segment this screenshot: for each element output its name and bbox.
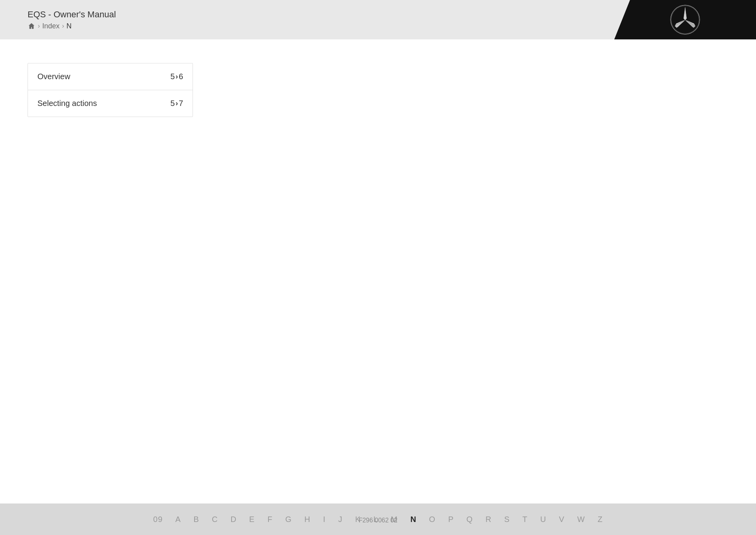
alphabet-item-r[interactable]: R xyxy=(479,515,498,524)
alphabet-items-container: 09 A B C D E F G H I J K L M N O P Q R S… xyxy=(0,515,756,524)
mercedes-benz-logo xyxy=(669,4,701,35)
header: EQS - Owner's Manual › Index › N xyxy=(0,0,756,39)
main-content: Overview 5›6 Selecting actions 5›7 xyxy=(0,39,756,503)
alphabet-item-v[interactable]: V xyxy=(553,515,571,524)
index-row-selecting-actions[interactable]: Selecting actions 5›7 xyxy=(28,90,193,117)
breadcrumb-chevron-1: › xyxy=(38,22,40,30)
alphabet-item-l[interactable]: L xyxy=(367,515,384,524)
alphabet-item-m[interactable]: M xyxy=(384,515,404,524)
alphabet-navigation: 09 A B C D E F G H I J K L M N O P Q R S… xyxy=(0,503,756,535)
alphabet-item-t[interactable]: T xyxy=(516,515,534,524)
alphabet-item-n[interactable]: N xyxy=(404,515,422,524)
index-row-page-overview: 5›6 xyxy=(170,72,183,81)
alphabet-item-q[interactable]: Q xyxy=(460,515,480,524)
alphabet-item-f[interactable]: F xyxy=(261,515,279,524)
alphabet-item-o[interactable]: O xyxy=(423,515,442,524)
alphabet-item-z[interactable]: Z xyxy=(591,515,609,524)
alphabet-item-09[interactable]: 09 xyxy=(147,515,169,524)
alphabet-item-p[interactable]: P xyxy=(442,515,460,524)
page-title: EQS - Owner's Manual xyxy=(28,9,116,20)
header-black-background xyxy=(614,0,756,39)
index-row-label-overview: Overview xyxy=(37,72,70,81)
alphabet-item-a[interactable]: A xyxy=(169,515,187,524)
alphabet-item-g[interactable]: G xyxy=(279,515,298,524)
index-row-label-selecting-actions: Selecting actions xyxy=(37,99,97,108)
alphabet-item-k[interactable]: K xyxy=(349,515,367,524)
alphabet-item-h[interactable]: H xyxy=(298,515,317,524)
page-arrow-selecting-actions: › xyxy=(176,99,178,108)
header-left: EQS - Owner's Manual › Index › N xyxy=(0,9,116,30)
logo-area xyxy=(606,0,756,39)
alphabet-item-i[interactable]: I xyxy=(317,515,332,524)
alphabet-item-u[interactable]: U xyxy=(534,515,552,524)
alphabet-item-s[interactable]: S xyxy=(498,515,516,524)
alphabet-item-w[interactable]: W xyxy=(571,515,591,524)
index-table: Overview 5›6 Selecting actions 5›7 xyxy=(28,63,193,117)
alphabet-item-j[interactable]: J xyxy=(332,515,349,524)
breadcrumb: › Index › N xyxy=(28,22,116,30)
alphabet-item-e[interactable]: E xyxy=(243,515,261,524)
alphabet-item-c[interactable]: C xyxy=(206,515,224,524)
breadcrumb-index[interactable]: Index xyxy=(42,22,59,30)
index-row-overview[interactable]: Overview 5›6 xyxy=(28,63,193,90)
alphabet-item-d[interactable]: D xyxy=(224,515,243,524)
home-icon[interactable] xyxy=(28,22,35,30)
page-arrow-overview: › xyxy=(176,72,178,81)
alphabet-item-b[interactable]: B xyxy=(187,515,206,524)
index-row-page-selecting-actions: 5›7 xyxy=(170,99,183,108)
breadcrumb-current: N xyxy=(67,22,72,30)
breadcrumb-chevron-2: › xyxy=(62,22,64,30)
